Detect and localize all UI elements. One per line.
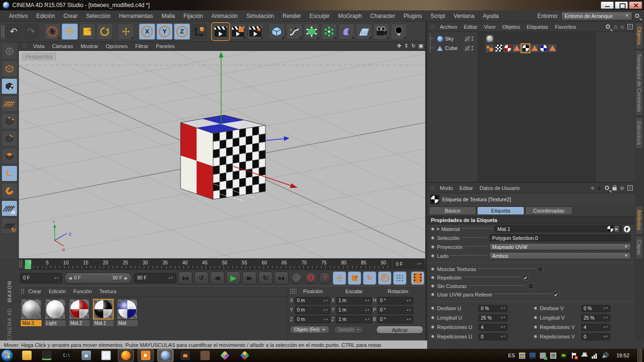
menu-item[interactable]: Crear [59,11,82,21]
light-object-button[interactable] [391,24,407,40]
frame-range-slider[interactable]: ◀ 0 F 90 F ▶ [64,272,132,284]
action-center-icon[interactable]: ✕ [571,353,577,359]
menu-item[interactable]: Animación [207,11,242,21]
pan-view-icon[interactable]: ✥ [397,43,401,49]
material-name[interactable]: Light [45,320,66,326]
anim-dot-icon[interactable] [431,284,435,288]
selection-tag[interactable] [512,44,520,52]
spinner-arrows-icon[interactable]: ▲▼ [603,316,608,319]
range-left-arrow-icon[interactable]: ◀ [68,276,72,280]
search-icon[interactable] [606,25,610,29]
attribute-menu-item[interactable]: Datos de Usuario [476,184,523,192]
spinner-field[interactable]: 4 ▲▼ [581,324,611,331]
checkbox[interactable] [523,275,528,280]
range-right-arrow-icon[interactable]: ▶ [124,276,128,280]
start-button[interactable] [1,349,13,362]
menu-item[interactable]: Render [278,11,305,21]
maximize-view-icon[interactable]: ▣ [419,43,423,49]
viewport-grip[interactable] [23,44,27,49]
key-rotation-button[interactable]: ↻ [363,272,376,285]
material-thumbnail[interactable] [117,299,138,320]
menu-item[interactable]: Malla [157,11,179,21]
spinner-arrows-icon[interactable]: ▲▼ [54,277,59,280]
material-item[interactable]: Mat.1 [93,299,115,326]
scale-z-field[interactable]: 1 m▲▼ [336,316,372,323]
cube-object-icon[interactable] [436,44,444,52]
deformer-button[interactable] [339,24,355,40]
taskbar-notepad[interactable] [98,349,114,362]
taskbar-remote-desktop[interactable] [39,349,55,362]
attribute-menu-item[interactable]: Modo [437,184,456,192]
make-editable-button[interactable] [1,43,17,59]
key-parameter-button[interactable]: P [378,272,391,285]
spinner-arrows-icon[interactable]: ▲▼ [501,307,505,310]
spinner-field[interactable]: 4 ▲▼ [479,324,508,331]
menu-item[interactable]: Script [426,11,449,21]
pick-material-button[interactable] [623,225,631,233]
attribute-tab[interactable]: Coordenadas [525,206,572,215]
play-button[interactable]: ▶ [226,272,240,285]
material-name[interactable]: Mat.1 [93,320,114,326]
viewport-menu-item[interactable]: Opciones [102,42,131,50]
material-item[interactable]: Mat [117,299,139,326]
z-axis-lock-button[interactable]: Z [174,24,190,40]
spinner-arrows-icon[interactable]: ▲▼ [168,277,173,280]
material-name[interactable]: Mat [117,320,138,326]
spinner-arrows-icon[interactable]: ▲▼ [501,335,505,338]
selection-tag[interactable] [530,44,538,52]
spinner-field[interactable]: 0 % ▲▼ [581,305,611,312]
taskbar-media-player[interactable] [138,349,154,362]
environment-dropdown[interactable]: Entorno de Arranque ▼ [561,12,632,20]
network-icon[interactable] [529,353,536,359]
show-desktop-button[interactable] [637,349,642,362]
workplane-align-button[interactable]: ↻ [1,218,17,234]
visibility-dots-icon[interactable] [471,36,473,41]
side-tab[interactable]: Capas [635,236,644,259]
taskbar-command-prompt[interactable]: C:\ [58,349,74,362]
render-view-button[interactable] [213,24,229,40]
new-panel-icon[interactable]: + [627,185,633,190]
toolbar-grip[interactable] [1,25,5,38]
rotate-tool-button[interactable] [97,24,113,40]
live-selection-button[interactable] [44,24,60,40]
material-menu-item[interactable]: Crear [25,288,45,295]
usb-safely-remove-icon[interactable] [540,353,546,359]
material-thumbnail[interactable] [21,299,41,320]
coordinates-grip[interactable] [290,288,297,294]
layer-toggle-icon[interactable] [465,36,470,41]
anim-dot-icon[interactable] [431,254,435,258]
nvidia-icon[interactable] [561,353,567,359]
target-icon[interactable]: ◎ [620,185,624,190]
sky-object-icon[interactable] [436,35,444,42]
rotation-b-field[interactable]: 0 °▲▼ [378,316,413,323]
side-tab[interactable]: Objetos [635,23,644,49]
taskbar-explorer[interactable] [19,349,35,362]
anim-dot-icon[interactable] [431,227,435,231]
material-name[interactable]: Mat.2 [69,320,90,326]
expand-arrow-icon[interactable]: ▶ [437,227,440,231]
minimize-button[interactable] [601,1,614,9]
attribute-tab[interactable]: Básico [429,206,476,215]
view-name-label[interactable]: Perspectiva [22,53,56,60]
apply-button[interactable]: Aplicar [376,326,423,334]
side-tab[interactable]: Atributos [635,206,644,234]
subdivision-surface-button[interactable] [304,24,320,40]
floor-object-button[interactable] [356,24,372,40]
menu-item[interactable]: Archivo [5,11,32,21]
anim-dot-icon[interactable] [431,335,435,338]
object-row-sky[interactable]: Sky [430,34,635,43]
go-to-end-button[interactable]: ▶▮ [274,272,289,285]
redo-button[interactable]: ↷ [23,24,39,40]
phong-tag[interactable] [486,44,494,52]
texture-tag-blue[interactable] [539,44,547,52]
signal-strength-icon[interactable] [592,353,598,359]
anim-dot-icon[interactable] [431,293,435,296]
record-disabled-button[interactable] [290,272,303,284]
scale-x-field[interactable]: 1 m▲▼ [336,297,372,304]
scale-tool-button[interactable] [79,24,95,40]
side-tab[interactable]: Estructura [635,117,644,149]
rotation-p-field[interactable]: 0 °▲▼ [378,306,413,314]
menu-item[interactable]: Simulación [242,11,279,21]
menu-item[interactable]: Herramientas [115,11,157,21]
play-forwards-button[interactable]: ↻ [258,272,272,285]
